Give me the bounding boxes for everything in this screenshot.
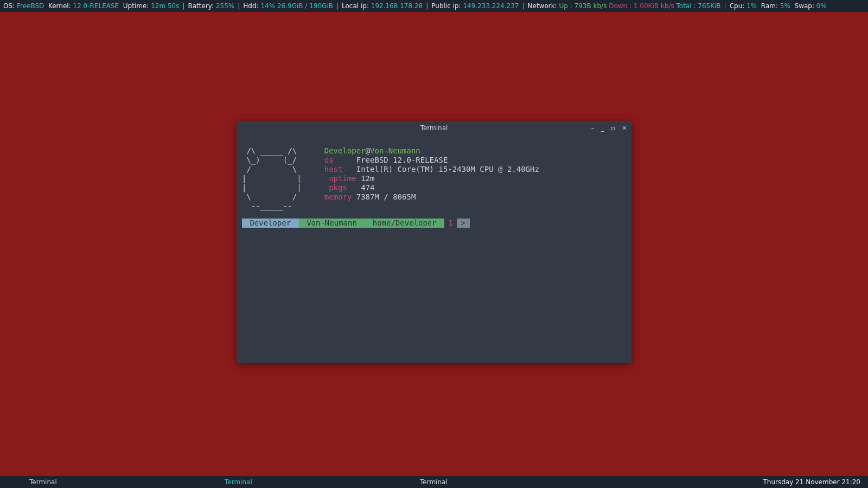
separator: |: [724, 2, 726, 10]
fetch-pkgs-key: pkgs: [329, 183, 347, 192]
network-total: Total : 765KiB: [676, 2, 721, 10]
kernel-value: 12.0-RELEASE: [73, 2, 119, 10]
swap-label: Swap:: [795, 2, 814, 10]
terminal-title: Terminal: [420, 124, 448, 132]
fetch-uptime-key: uptime: [329, 174, 356, 183]
ascii-line: \ /: [242, 192, 297, 201]
publicip-label: Public ip:: [431, 2, 461, 10]
fetch-host-val: Intel(R) Core(TM) i5-2430M CPU @ 2.40GHz: [356, 165, 539, 174]
separator: |: [522, 2, 524, 10]
battery-value: 255%: [216, 2, 234, 10]
window-shade-button[interactable]: –: [591, 124, 595, 132]
taskbar-clock: Thursday 21 November 21:20: [763, 478, 868, 486]
uptime-value: 12m 50s: [151, 2, 179, 10]
taskbar-item-label: Terminal: [225, 478, 252, 486]
network-down: Down : 1.00KiB kb/s: [609, 2, 674, 10]
separator: |: [182, 2, 184, 10]
hdd-label: Hdd:: [243, 2, 258, 10]
cpu-value: 1%: [746, 2, 757, 10]
shell-prompt[interactable]: Developer Von-Neumann home/Developer 1>: [242, 219, 626, 228]
terminal-window[interactable]: Terminal – _ ▫ × /\ _____ /\ Developer@V…: [237, 121, 631, 363]
ascii-line: | |: [242, 183, 302, 192]
prompt-arrow: >: [457, 219, 470, 228]
separator: |: [426, 2, 428, 10]
fetch-os-val: FreeBSD 12.0-RELEASE: [356, 156, 448, 164]
ascii-line: | |: [242, 174, 302, 183]
publicip-value: 149.233.224.237: [463, 2, 519, 10]
fetch-pkgs-val: 474: [361, 183, 374, 192]
prompt-jobnum: 1: [444, 219, 456, 228]
prompt-host: Von-Neumann: [299, 219, 365, 228]
fetch-at: @: [366, 146, 370, 155]
ram-value: 5%: [780, 2, 790, 10]
kernel-label: Kernel:: [48, 2, 71, 10]
hdd-value: 14% 26.9GiB / 190GiB: [260, 2, 333, 10]
separator: |: [238, 2, 240, 10]
fetch-user: Developer: [324, 146, 366, 155]
cpu-label: Cpu:: [730, 2, 745, 10]
fetch-host: Von-Neumann: [370, 146, 420, 155]
taskbar: Terminal Terminal Terminal Thursday 21 N…: [0, 476, 868, 488]
uptime-label: Uptime:: [123, 2, 149, 10]
window-minimize-button[interactable]: _: [601, 124, 604, 132]
terminal-titlebar[interactable]: Terminal – _ ▫ ×: [237, 121, 631, 135]
ram-label: Ram:: [761, 2, 778, 10]
window-close-button[interactable]: ×: [622, 124, 627, 132]
swap-value: 0%: [816, 2, 827, 10]
prompt-user: Developer: [242, 219, 299, 228]
taskbar-item-label: Terminal: [29, 478, 57, 486]
fetch-uptime-val: 12m: [361, 174, 374, 183]
battery-label: Battery:: [188, 2, 214, 10]
prompt-path: home/Developer: [365, 219, 444, 228]
network-label: Network:: [528, 2, 557, 10]
terminal-body[interactable]: /\ _____ /\ Developer@Von-Neumann \_) (_…: [237, 135, 631, 233]
taskbar-item[interactable]: Terminal: [391, 476, 586, 488]
fetch-host-key: host: [324, 165, 343, 174]
fetch-os-key: os: [324, 156, 334, 164]
taskbar-item-label: Terminal: [420, 478, 448, 486]
os-label: OS:: [3, 2, 15, 10]
fetch-memory-val: 7387M / 8065M: [356, 192, 416, 201]
localip-label: Local ip:: [342, 2, 369, 10]
separator: |: [336, 2, 339, 10]
ascii-line: \_) (_/: [242, 156, 297, 164]
window-maximize-button[interactable]: ▫: [611, 124, 615, 132]
status-bar: OS: FreeBSD Kernel: 12.0-RELEASE Uptime:…: [0, 0, 868, 12]
ascii-line: / \: [242, 165, 297, 174]
ascii-line: --_____--: [242, 202, 292, 210]
taskbar-item-active[interactable]: Terminal: [195, 476, 391, 488]
network-up: Up : 793B kb/s: [559, 2, 607, 10]
taskbar-item[interactable]: Terminal: [0, 476, 195, 488]
localip-value: 192.168.178.28: [371, 2, 423, 10]
os-value: FreeBSD: [17, 2, 44, 10]
ascii-line: /\ _____ /\: [242, 146, 297, 155]
fetch-memory-key: memory: [324, 192, 352, 201]
